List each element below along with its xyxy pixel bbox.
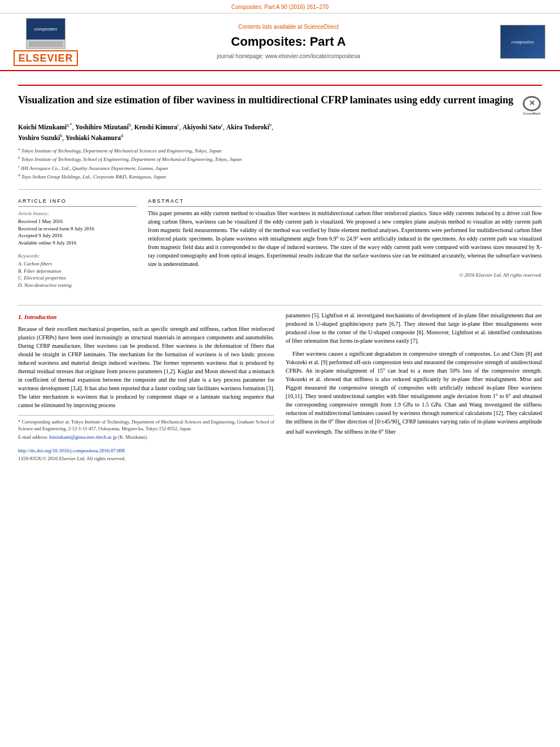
journal-header-center: Contents lists available at ScienceDirec… [88,18,489,65]
crossmark-icon: ✕ [523,96,541,111]
composites-logo: composites [500,25,545,59]
affil-a: a Tokyo Institute of Technology, Departm… [18,146,542,155]
journal-thumbnail: composites [26,18,65,49]
affil-d: d Toyo Seikan Group Holdings, Ltd., Corp… [18,172,542,181]
composites-logo-text: composites [511,38,534,46]
section-1-title: Introduction [24,313,56,320]
copyright-line: © 2016 Elsevier Ltd. All rights reserved… [148,272,542,279]
accepted-date: Accepted 9 July 2016 [18,232,137,239]
body-two-col: 1. Introduction Because of their excelle… [0,311,560,443]
keywords-label: Keywords: [18,252,137,260]
author-4-super: c [221,123,223,128]
author-1-super: a,* [67,123,72,128]
author-3-super: c [177,123,180,128]
available-date: Available online 9 July 2016 [18,239,137,247]
section-1-heading: 1. Introduction [18,312,274,322]
article-info-col: ARTICLE INFO Article history: Received 1… [18,198,137,289]
intro-para-1: Because of their excellent mechanical pr… [18,325,274,409]
intro-para-2: parameters [5]. Lightfoot et al. investi… [286,311,542,345]
author-1: Koichi Mizukami [18,124,67,130]
intro-para-3: Fiber waviness causes a significant degr… [286,350,542,436]
logo-top-text: composites [27,19,65,40]
journal-header-left: composites ELSEVIER [9,18,82,65]
journal-title: Composites: Part A [88,33,489,51]
sciencedirect-line: Contents lists available at ScienceDirec… [88,23,489,31]
journal-header: composites ELSEVIER Contents lists avail… [0,14,560,71]
thick-divider [18,85,542,86]
contents-text: Contents lists available at [238,24,302,30]
article-title-text: Visualization and size estimation of fib… [18,94,516,107]
page: Composites: Part A 90 (2016) 261–270 com… [0,0,560,747]
revised-date: Received in revised form 8 July 2016 [18,225,137,233]
keyword-3: C. Electrical properties [18,274,137,282]
keywords-list: A. Carbon fibers B. Fiber deformation C.… [18,260,137,289]
journal-homepage: journal homepage: www.elsevier.com/locat… [88,53,489,60]
article-info-label: ARTICLE INFO [18,198,137,207]
author-7: Yoshiaki Nakamura [65,134,121,141]
author-6: Yoshiro Suzuki [18,134,60,141]
author-6-super: b [60,133,62,138]
sciencedirect-link[interactable]: ScienceDirect [304,24,339,30]
author-2: Yoshihiro Mizutani [75,124,129,130]
elsevier-logo: ELSEVIER [14,50,77,66]
divider-2 [18,305,542,305]
journal-header-right: composites [495,18,551,65]
article-info-abstract: ARTICLE INFO Article history: Received 1… [18,198,542,289]
affil-b: b Tokyo Institute of Technology, School … [18,155,542,164]
logo-bottom [27,40,65,49]
history-label: Article history: [18,210,137,217]
abstract-text: This paper presents an eddy current meth… [148,209,542,268]
received-date: Received 1 May 2016 [18,218,137,225]
affil-c: c IHI Aerospace Co., Ltd., Quality Assur… [18,164,542,173]
author-2-super: b [129,123,131,128]
crossmark-label: CrossMark [523,112,540,116]
journal-top-bar: Composites: Part A 90 (2016) 261–270 [0,0,560,14]
issn-text: 1359-835X/© 2016 Elsevier Ltd. All right… [18,455,542,462]
author-7-super: d [121,133,123,138]
doi-section: http://dx.doi.org/10.1016/j.compositesa.… [0,443,560,465]
author-4: Akiyoshi Sato [182,124,221,130]
footnote-corresponding: * Corresponding author at: Tokyo Institu… [18,419,274,433]
article-title-block: Visualization and size estimation of fib… [18,94,542,116]
author-5-super: b [269,123,272,128]
doi-link[interactable]: http://dx.doi.org/10.1016/j.compositesa.… [18,447,542,455]
author-5: Akira Todoroki [226,124,269,130]
section-1-number: 1. [18,313,24,320]
article-area: Visualization and size estimation of fib… [0,71,560,299]
abstract-label: ABSTRACT [148,198,542,207]
footnote-section: * Corresponding author at: Tokyo Institu… [18,415,274,441]
keyword-4: D. Non-destructive testing [18,282,137,289]
abstract-col: ABSTRACT This paper presents an eddy cur… [148,198,542,289]
body-col-right: parameters [5]. Lightfoot et al. investi… [286,311,542,443]
body-col-left: 1. Introduction Because of their excelle… [18,311,274,443]
crossmark-badge[interactable]: ✕ CrossMark [522,96,542,116]
divider-1 [18,189,542,190]
author-3: Kenshi Kimura [134,124,177,130]
keyword-1: A. Carbon fibers [18,260,137,268]
authors-block: Koichi Mizukamia,*, Yoshihiro Mizutanib,… [18,122,542,143]
affiliations-block: a Tokyo Institute of Technology, Departm… [18,146,542,181]
footnote-email: E-mail address: kmizukami@ginza.mes.tite… [18,434,274,441]
journal-issue-ref: Composites: Part A 90 (2016) 261–270 [231,4,329,10]
keyword-2: B. Fiber deformation [18,268,137,275]
